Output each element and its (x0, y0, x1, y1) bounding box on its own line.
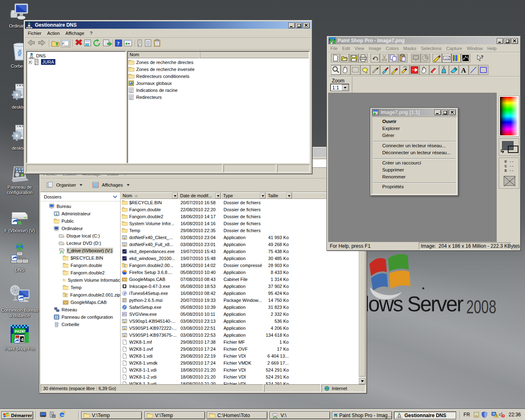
svg-text:01: 01 (130, 97, 132, 100)
svg-text:A: A (461, 66, 466, 74)
svg-text:?: ? (481, 55, 484, 59)
svg-text:123: 123 (444, 57, 449, 60)
svg-text:01: 01 (130, 90, 132, 93)
svg-text:4: 4 (21, 337, 24, 342)
svg-text:?: ? (117, 40, 120, 46)
svg-text:!: ! (496, 414, 497, 417)
svg-text:PAINT: PAINT (15, 330, 26, 334)
